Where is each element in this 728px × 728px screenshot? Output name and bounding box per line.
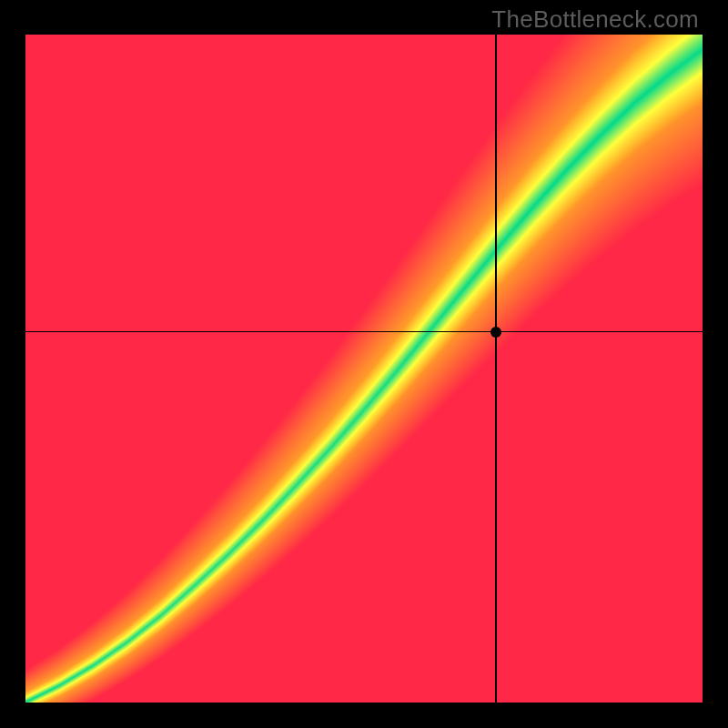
plot-area bbox=[25, 35, 703, 703]
crosshair-horizontal bbox=[25, 331, 703, 332]
selection-marker bbox=[490, 327, 501, 338]
chart-frame: TheBottleneck.com bbox=[0, 0, 728, 728]
bottleneck-heatmap bbox=[25, 35, 703, 703]
watermark-text: TheBottleneck.com bbox=[491, 5, 699, 34]
crosshair-vertical bbox=[495, 35, 496, 703]
